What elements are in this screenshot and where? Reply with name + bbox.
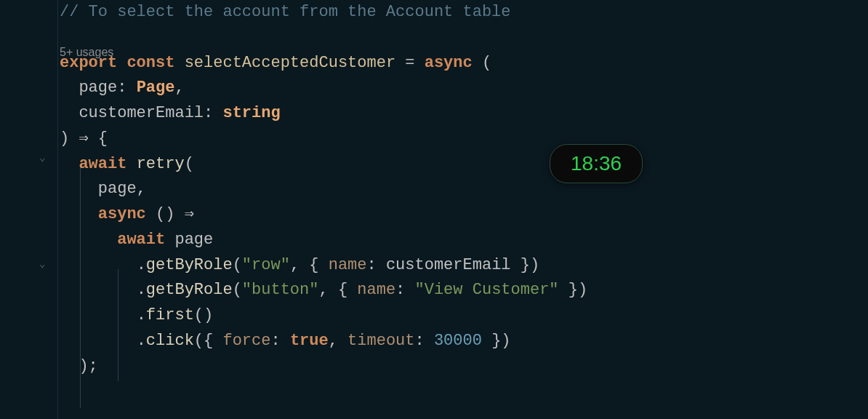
comma: , — [329, 332, 338, 350]
kw-async: async — [425, 54, 473, 72]
kw-export: export — [60, 54, 117, 72]
arrow: ⇒ — [69, 129, 98, 148]
colon: : — [415, 332, 434, 350]
comma: , — [137, 180, 146, 198]
close-paren: ) — [60, 129, 69, 148]
brace: { — [338, 281, 357, 299]
dot: . — [137, 256, 146, 274]
brace: { — [204, 332, 222, 350]
val-30000: 30000 — [434, 332, 482, 350]
param-name: page — [79, 79, 117, 97]
colon: : — [117, 79, 136, 97]
code-comment: // To select the account from the Accoun… — [60, 3, 511, 21]
kw-async: async — [98, 205, 146, 223]
comma: , — [174, 79, 184, 97]
fn-name: selectAcceptedCustomer — [185, 54, 395, 72]
method-click: click — [146, 332, 194, 350]
empty-parens: () — [146, 205, 175, 223]
colon: : — [204, 104, 222, 122]
lparen: ( — [185, 155, 194, 173]
val-true: true — [290, 332, 329, 350]
code-editor[interactable]: // To select the account from the Accoun… — [60, 0, 587, 379]
str-row: "row" — [242, 256, 290, 274]
kw-const: const — [126, 54, 174, 72]
method-getbyrole: getByRole — [146, 256, 233, 274]
prop-force: force — [222, 332, 270, 350]
dot: . — [137, 281, 146, 299]
kw-await: await — [79, 155, 126, 173]
str-button: "button" — [242, 281, 319, 299]
close-paren-semi: ); — [79, 357, 97, 375]
lparen: ( — [194, 332, 204, 350]
colon: : — [270, 332, 289, 350]
method-first: first — [146, 306, 194, 324]
str-viewcustomer: "View Customer" — [415, 281, 559, 299]
arg-page: page — [98, 180, 137, 198]
prop-timeout: timeout — [347, 332, 414, 350]
var-page: page — [174, 231, 213, 249]
method-getbyrole: getByRole — [146, 281, 233, 299]
param-type: Page — [137, 79, 175, 97]
editor-gutter: ⌄ ⌄ — [0, 0, 58, 419]
open-brace: { — [98, 129, 108, 148]
var-customeremail: customerEmail — [386, 256, 511, 274]
brace: }) — [559, 281, 588, 299]
brace: { — [309, 256, 328, 274]
colon: : — [367, 256, 386, 274]
lparen: ( — [233, 256, 242, 274]
dot: . — [137, 332, 146, 350]
fn-retry: retry — [137, 155, 185, 173]
colon: : — [395, 281, 414, 299]
arrow: ⇒ — [174, 205, 193, 223]
eq: = — [395, 54, 425, 72]
kw-await: await — [117, 231, 165, 249]
comma: , — [290, 256, 300, 274]
lparen: ( — [233, 281, 242, 299]
comma: , — [318, 281, 328, 299]
fold-chevron-icon[interactable]: ⌄ — [39, 151, 45, 164]
brace: }) — [482, 332, 511, 350]
dot: . — [137, 306, 146, 324]
param-name: customerEmail — [79, 104, 204, 122]
brace: }) — [511, 256, 540, 274]
clock-overlay: 18:36 — [550, 144, 643, 183]
open-paren: ( — [473, 54, 491, 72]
prop-name: name — [357, 281, 395, 299]
parens: () — [194, 306, 213, 324]
param-type: string — [222, 104, 280, 122]
fold-chevron-icon[interactable]: ⌄ — [39, 258, 45, 270]
prop-name: name — [329, 256, 367, 274]
